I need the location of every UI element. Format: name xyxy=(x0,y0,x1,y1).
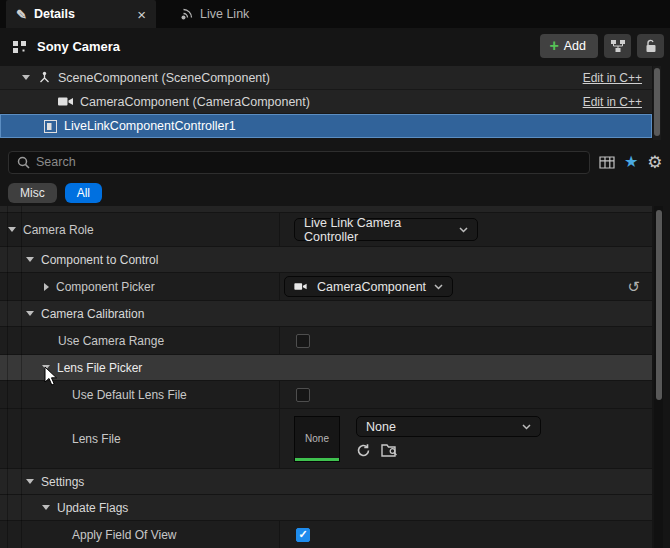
add-button-label: Add xyxy=(564,39,586,53)
tree-scrollbar[interactable] xyxy=(653,66,661,140)
view-options-icon[interactable] xyxy=(599,156,615,169)
expander-icon[interactable] xyxy=(26,479,34,484)
category-lens-file-picker[interactable]: Lens File Picker xyxy=(0,355,652,381)
tree-row-label: SceneComponent (SceneComponent) xyxy=(58,71,270,85)
details-panel: ✎ Details × Live Link Sony Camera + Add xyxy=(0,0,670,548)
expander-icon[interactable] xyxy=(26,257,34,262)
property-label: Lens File xyxy=(72,432,121,446)
mouse-cursor xyxy=(44,366,59,390)
category-label: Live Link xyxy=(39,206,86,207)
filter-misc-button[interactable]: Misc xyxy=(8,183,57,203)
lock-button[interactable] xyxy=(637,34,664,58)
edit-pencil-icon: ✎ xyxy=(16,7,27,22)
settings-gear-icon[interactable]: ⚙ xyxy=(647,154,662,171)
properties-scrollbar-thumb[interactable] xyxy=(656,210,662,400)
tree-scrollbar-thumb[interactable] xyxy=(654,68,660,136)
row-use-camera-range: Use Camera Range xyxy=(0,327,652,355)
property-label: Use Camera Range xyxy=(58,334,164,348)
category-component-to-control[interactable]: Component to Control xyxy=(0,247,652,273)
asset-type-color-bar xyxy=(295,458,339,461)
chevron-down-icon xyxy=(459,227,468,233)
expander-icon[interactable] xyxy=(8,227,16,232)
expander-icon[interactable] xyxy=(22,75,30,80)
close-icon[interactable]: × xyxy=(137,6,146,23)
use-camera-range-checkbox[interactable] xyxy=(296,334,310,348)
category-label: Settings xyxy=(41,475,84,489)
tab-live-link[interactable]: Live Link xyxy=(170,0,259,28)
actor-icon xyxy=(12,39,28,54)
chevron-down-icon xyxy=(522,424,531,430)
browse-to-asset-icon[interactable] xyxy=(381,443,398,461)
search-icon xyxy=(17,156,30,169)
scene-component-icon xyxy=(38,71,51,84)
asset-thumbnail[interactable]: None xyxy=(294,416,340,462)
chevron-down-icon xyxy=(434,284,443,290)
panel-header: Sony Camera + Add xyxy=(0,30,670,62)
search-input[interactable] xyxy=(36,155,581,169)
tree-row-livelink-controller[interactable]: LiveLinkComponentController1 xyxy=(0,114,652,138)
camera-role-dropdown[interactable]: Live Link Camera Controller xyxy=(294,218,478,241)
row-camera-role: Camera Role Live Link Camera Controller xyxy=(0,213,652,247)
apply-field-of-view-checkbox[interactable] xyxy=(296,528,310,542)
tab-live-link-label: Live Link xyxy=(200,7,249,21)
reset-to-default-icon[interactable]: ↺ xyxy=(627,278,640,296)
row-lens-file: Lens File None None xyxy=(0,409,652,469)
category-label: Lens File Picker xyxy=(57,361,142,375)
category-camera-calibration[interactable]: Camera Calibration xyxy=(0,301,652,327)
expander-icon[interactable] xyxy=(44,283,49,291)
camera-icon xyxy=(58,96,73,107)
property-label: Component Picker xyxy=(56,280,155,294)
dropdown-value: Live Link Camera Controller xyxy=(304,216,451,244)
lens-file-dropdown[interactable]: None xyxy=(356,416,541,437)
filter-row: Misc All xyxy=(0,181,670,205)
controller-icon xyxy=(44,120,57,133)
use-default-lens-file-checkbox[interactable] xyxy=(296,388,310,402)
unlock-icon xyxy=(645,39,657,53)
asset-thumbnail-label: None xyxy=(305,433,329,444)
expander-icon[interactable] xyxy=(42,505,50,510)
component-tree: SceneComponent (SceneComponent) Edit in … xyxy=(0,66,652,138)
property-label: Apply Field Of View xyxy=(72,528,177,542)
add-button[interactable]: + Add xyxy=(540,34,598,58)
category-label: Camera Calibration xyxy=(41,307,144,321)
page-title: Sony Camera xyxy=(37,39,120,54)
search-box[interactable] xyxy=(8,151,590,174)
category-label: Component to Control xyxy=(41,253,158,267)
indent-guide xyxy=(21,206,22,548)
hierarchy-button[interactable] xyxy=(604,34,631,58)
property-label: Use Default Lens File xyxy=(72,388,187,402)
properties-scrollbar[interactable] xyxy=(654,206,663,548)
hierarchy-icon xyxy=(610,39,626,53)
dropdown-value: CameraComponent xyxy=(317,280,426,294)
row-apply-field-of-view: Apply Field Of View xyxy=(0,521,652,548)
tab-bar: ✎ Details × Live Link xyxy=(0,0,670,28)
property-label: Camera Role xyxy=(23,223,94,237)
camera-icon xyxy=(294,282,307,291)
category-label: Update Flags xyxy=(57,501,128,515)
indent-guide xyxy=(7,206,8,548)
category-live-link[interactable]: Live Link xyxy=(0,206,652,213)
properties-panel: Live Link Camera Role Live Link Camera C… xyxy=(0,206,652,548)
tab-details[interactable]: ✎ Details × xyxy=(6,0,156,28)
live-link-icon xyxy=(180,8,193,21)
search-row: ★ ⚙ xyxy=(0,148,670,176)
tree-row-scene-component[interactable]: SceneComponent (SceneComponent) Edit in … xyxy=(0,66,652,90)
row-component-picker: Component Picker CameraComponent ↺ xyxy=(0,273,652,301)
use-selected-asset-icon[interactable] xyxy=(356,443,371,461)
favorites-star-icon[interactable]: ★ xyxy=(624,154,638,170)
tree-row-label: LiveLinkComponentController1 xyxy=(64,119,236,133)
edit-in-cpp-link[interactable]: Edit in C++ xyxy=(583,95,642,109)
plus-icon: + xyxy=(549,38,558,54)
tab-details-label: Details xyxy=(34,7,130,21)
tree-row-label: CameraComponent (CameraComponent) xyxy=(80,95,310,109)
row-use-default-lens-file: Use Default Lens File xyxy=(0,381,652,409)
expander-icon[interactable] xyxy=(26,311,34,316)
tree-row-camera-component[interactable]: CameraComponent (CameraComponent) Edit i… xyxy=(0,90,652,114)
component-picker-dropdown[interactable]: CameraComponent xyxy=(284,276,453,297)
category-settings[interactable]: Settings xyxy=(0,469,652,495)
filter-all-button[interactable]: All xyxy=(65,183,102,203)
edit-in-cpp-link[interactable]: Edit in C++ xyxy=(583,71,642,85)
category-update-flags[interactable]: Update Flags xyxy=(0,495,652,521)
dropdown-value: None xyxy=(366,420,396,434)
